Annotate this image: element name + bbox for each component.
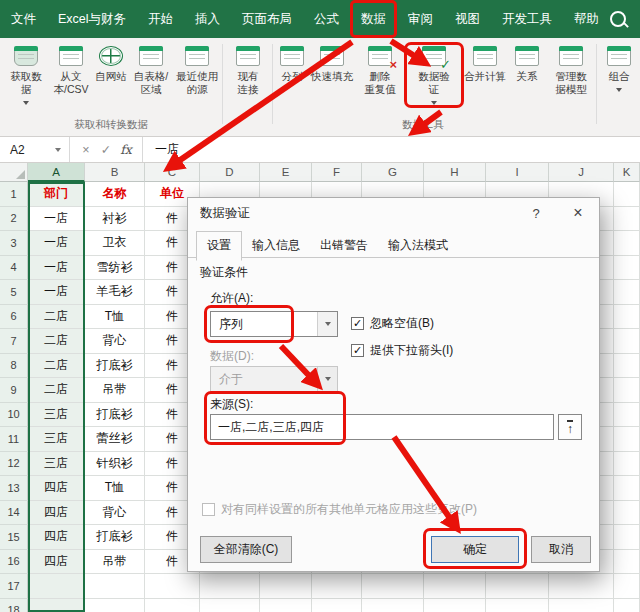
cell[interactable]: 一店 (28, 280, 85, 305)
cancel-button[interactable]: 取消 (531, 536, 591, 563)
ribbon-tab[interactable]: 帮助 (563, 0, 610, 38)
cell[interactable] (260, 574, 312, 599)
ribbon-tab[interactable]: 插入 (184, 0, 231, 38)
ribbon-button[interactable]: 分列 (276, 43, 308, 123)
ribbon-button[interactable]: 快速填充 (310, 43, 354, 123)
dialog-help-button[interactable]: ? (519, 198, 553, 228)
cell[interactable]: 二店 (28, 329, 85, 354)
ribbon-button[interactable]: 关系 (510, 43, 544, 123)
cell[interactable] (85, 574, 145, 599)
row-header[interactable]: 16 (0, 550, 28, 575)
row-header[interactable]: 2 (0, 207, 28, 232)
cell[interactable] (312, 574, 362, 599)
ribbon-button[interactable]: 最近使用 的源 (174, 43, 220, 123)
column-header[interactable]: I (486, 163, 549, 182)
row-header[interactable]: 17 (0, 574, 28, 599)
cell[interactable] (486, 574, 549, 599)
column-header[interactable]: G (362, 163, 424, 182)
cell[interactable]: 四店 (28, 550, 85, 575)
cell[interactable]: 四店 (28, 525, 85, 550)
clear-all-button[interactable]: 全部清除(C) (200, 536, 292, 563)
column-header[interactable]: F (312, 163, 362, 182)
in-cell-dropdown-checkbox[interactable]: ✓ 提供下拉箭头(I) (351, 342, 453, 359)
ribbon-tab[interactable]: 页面布局 (231, 0, 303, 38)
row-header[interactable]: 6 (0, 305, 28, 330)
ribbon-tab[interactable]: 审阅 (397, 0, 444, 38)
ribbon-button[interactable]: 获取数 据 (4, 43, 48, 123)
row-header[interactable]: 3 (0, 231, 28, 256)
cell[interactable] (614, 574, 640, 599)
column-header[interactable]: A (28, 163, 85, 182)
ribbon-button[interactable]: 从文 本/CSV (50, 43, 92, 123)
insert-function-icon[interactable]: fx (116, 142, 136, 157)
cell[interactable] (549, 574, 614, 599)
cell[interactable] (614, 550, 640, 575)
allow-dropdown[interactable]: 序列 (210, 311, 338, 337)
dialog-tab[interactable]: 输入信息 (242, 232, 310, 260)
dialog-tab[interactable]: 输入法模式 (378, 232, 458, 260)
collapse-dialog-button[interactable]: ↑ (558, 414, 582, 440)
ribbon-button[interactable]: ×删除 重复值 (356, 43, 404, 123)
cell[interactable] (424, 599, 486, 612)
cell[interactable]: 针织衫 (85, 452, 145, 477)
cell[interactable]: 雪纺衫 (85, 256, 145, 281)
cell[interactable] (614, 452, 640, 477)
ribbon-button[interactable]: 现有 连接 (226, 43, 270, 123)
ribbon-button[interactable]: 自表格/ 区域 (130, 43, 172, 123)
row-header[interactable]: 7 (0, 329, 28, 354)
cell[interactable] (200, 574, 260, 599)
cell[interactable] (260, 599, 312, 612)
row-header[interactable]: 15 (0, 525, 28, 550)
cell[interactable]: 二店 (28, 354, 85, 379)
cell[interactable] (614, 256, 640, 281)
ribbon-button[interactable]: 组合 (600, 43, 638, 123)
cancel-icon[interactable]: × (76, 143, 96, 157)
cell[interactable]: 打底衫 (85, 525, 145, 550)
cell[interactable]: 背心 (85, 501, 145, 526)
cell[interactable]: 部门 (28, 182, 85, 207)
source-input[interactable]: 一店,二店,三店,四店 (210, 414, 554, 440)
ribbon-tab[interactable]: Excel与财务 (47, 0, 137, 38)
cell[interactable]: 一店 (28, 231, 85, 256)
dialog-tab[interactable]: 出错警告 (310, 232, 378, 260)
ribbon-tab[interactable]: 数据 (350, 0, 397, 38)
cell[interactable] (614, 427, 640, 452)
cell[interactable]: 三店 (28, 452, 85, 477)
row-header[interactable]: 5 (0, 280, 28, 305)
name-box-caret-icon[interactable] (55, 148, 61, 152)
column-header[interactable]: D (200, 163, 260, 182)
cell[interactable] (614, 501, 640, 526)
cell[interactable] (614, 525, 640, 550)
cell[interactable]: T恤 (85, 305, 145, 330)
cell[interactable] (362, 574, 424, 599)
row-header[interactable]: 1 (0, 182, 28, 207)
cell[interactable] (28, 599, 85, 612)
ignore-blank-checkbox[interactable]: ✓ 忽略空值(B) (351, 315, 434, 332)
row-header[interactable]: 18 (0, 599, 28, 612)
column-header[interactable]: K (614, 163, 640, 182)
column-header[interactable]: B (85, 163, 145, 182)
ribbon-button[interactable]: 管理数 据模型 (546, 43, 596, 123)
cell[interactable]: 三店 (28, 403, 85, 428)
dialog-tab[interactable]: 设置 (196, 231, 242, 261)
cell[interactable] (362, 599, 424, 612)
column-header[interactable]: H (424, 163, 486, 182)
ribbon-tab[interactable]: 开始 (137, 0, 184, 38)
cell[interactable] (614, 280, 640, 305)
cell[interactable] (614, 182, 640, 207)
ok-button[interactable]: 确定 (431, 536, 519, 563)
select-all-corner[interactable] (0, 163, 28, 182)
cell[interactable]: 吊带 (85, 550, 145, 575)
cell[interactable] (614, 305, 640, 330)
row-header[interactable]: 14 (0, 501, 28, 526)
cell[interactable]: T恤 (85, 476, 145, 501)
cell[interactable] (145, 574, 200, 599)
cell[interactable] (614, 403, 640, 428)
name-box[interactable]: A2 (0, 137, 70, 162)
ribbon-tab[interactable]: 文件 (0, 0, 47, 38)
cell[interactable] (145, 599, 200, 612)
cell[interactable]: 吊带 (85, 378, 145, 403)
ribbon-button[interactable]: 自网站 (94, 43, 128, 123)
ribbon-tab[interactable]: 公式 (303, 0, 350, 38)
cell[interactable] (614, 207, 640, 232)
